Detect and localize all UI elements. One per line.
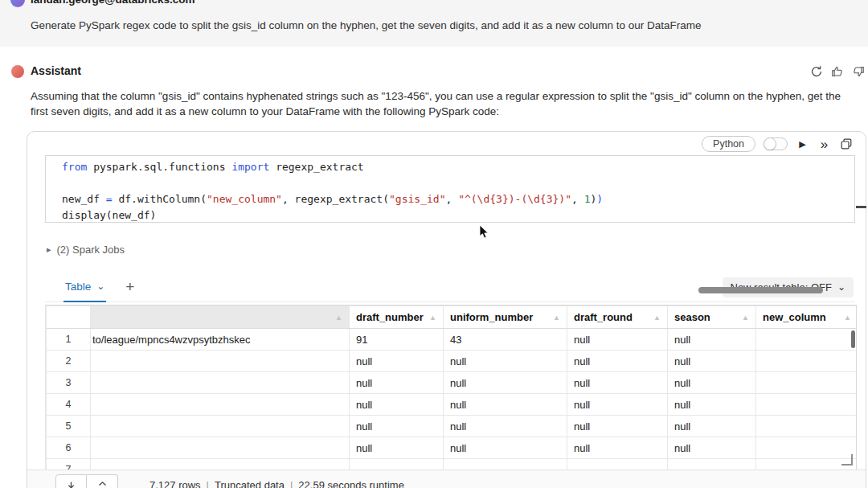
code-editor[interactable]: from pyspark.sql.functions import regexp… xyxy=(45,155,855,223)
table-cell[interactable] xyxy=(91,459,350,470)
table-row: 7 xyxy=(47,459,858,470)
table-cell[interactable] xyxy=(91,394,350,416)
language-pill[interactable]: Python xyxy=(702,136,755,152)
table-cell[interactable]: null xyxy=(444,437,567,459)
toggle-knob xyxy=(764,137,776,150)
column-header[interactable]: draft_number▲ xyxy=(350,306,444,329)
user-message-block: landan.george@databricks.com Generate Py… xyxy=(0,0,868,47)
table-cell[interactable] xyxy=(91,372,350,394)
sort-asc-icon: ▲ xyxy=(553,314,560,322)
thumbs-down-icon[interactable] xyxy=(851,64,865,78)
table-cell[interactable] xyxy=(567,459,668,470)
table-cell[interactable]: null xyxy=(567,351,668,372)
vertical-scrollbar[interactable] xyxy=(851,330,855,348)
assistant-actions xyxy=(809,64,865,78)
table-cell[interactable] xyxy=(91,437,350,459)
result-status-text: 7,127 rows|Truncated data|22.59 seconds … xyxy=(149,479,404,488)
tab-table[interactable]: Table ⌄ xyxy=(63,273,106,302)
copy-icon[interactable] xyxy=(839,137,853,151)
column-header[interactable]: season▲ xyxy=(668,306,756,329)
row-number: 5 xyxy=(47,416,91,437)
regenerate-icon[interactable] xyxy=(809,64,823,78)
spark-jobs-label: (2) Spark Jobs xyxy=(57,244,125,256)
table-cell[interactable] xyxy=(756,329,858,351)
row-count: 7,127 rows xyxy=(149,479,201,488)
thumbs-up-icon[interactable] xyxy=(830,64,844,78)
table-cell[interactable]: null xyxy=(350,372,444,394)
editor-resize-handle[interactable] xyxy=(856,206,866,208)
expand-button[interactable] xyxy=(87,474,118,488)
column-header[interactable]: new_column▲ xyxy=(756,306,858,329)
column-label: uniform_number xyxy=(450,311,533,323)
results-table: ▲draft_number▲uniform_number▲draft_round… xyxy=(45,305,857,470)
code-line: display(new_df) xyxy=(62,207,854,223)
table-cell[interactable]: null xyxy=(668,372,756,394)
table-row: 4nullnullnullnull xyxy=(47,394,858,416)
table-cell[interactable]: null xyxy=(668,329,756,351)
table-cell[interactable]: null xyxy=(567,329,668,351)
add-visualization-button[interactable]: + xyxy=(125,278,134,296)
column-header[interactable]: ▲ xyxy=(91,306,350,329)
row-number: 2 xyxy=(47,351,91,372)
chevron-down-icon: ⌄ xyxy=(837,285,845,289)
table-cell[interactable] xyxy=(756,372,858,394)
assistant-label: Assistant xyxy=(31,64,81,77)
column-header[interactable]: draft_round▲ xyxy=(567,306,668,329)
chevron-down-icon: ⌄ xyxy=(96,285,104,289)
table-row: 3nullnullnullnull xyxy=(47,372,858,394)
spark-jobs-toggle[interactable]: ▸ (2) Spark Jobs xyxy=(47,244,125,256)
download-button[interactable] xyxy=(55,474,87,488)
row-number: 6 xyxy=(47,437,91,459)
table-cell[interactable]: null xyxy=(444,416,567,437)
table-cell[interactable]: null xyxy=(350,394,444,416)
column-label: season xyxy=(674,311,710,323)
sort-asc-icon: ▲ xyxy=(742,314,749,322)
resize-corner-handle[interactable] xyxy=(841,454,853,465)
code-line: new_df = df.withColumn("new_column", reg… xyxy=(62,191,854,207)
table-cell[interactable]: null xyxy=(444,372,567,394)
table-row: 1to/league/mpncs4wzvpsytbzhskec9143nulln… xyxy=(47,329,858,351)
cell-toolbar: Python ▶ » xyxy=(702,135,853,153)
table-cell[interactable] xyxy=(756,394,858,416)
table-cell[interactable]: null xyxy=(567,416,668,437)
table-cell[interactable]: 43 xyxy=(444,329,567,351)
table-cell[interactable]: null xyxy=(668,394,756,416)
table-cell[interactable]: 91 xyxy=(350,329,444,351)
assistant-avatar xyxy=(11,65,24,78)
table-row: 2nullnullnullnull xyxy=(47,351,858,372)
table-cell[interactable]: to/league/mpncs4wzvpsytbzhskec xyxy=(91,329,350,351)
triangle-right-icon: ▸ xyxy=(47,244,51,255)
corner-header xyxy=(47,306,91,329)
run-all-below-icon[interactable]: » xyxy=(817,137,831,151)
horizontal-scrollbar[interactable] xyxy=(698,287,823,293)
table-cell[interactable] xyxy=(756,351,858,372)
run-icon[interactable]: ▶ xyxy=(796,137,809,151)
table-cell[interactable]: null xyxy=(668,351,756,372)
table-cell[interactable] xyxy=(444,459,567,470)
table-cell[interactable]: null xyxy=(444,351,567,372)
table-cell[interactable]: null xyxy=(350,437,444,459)
table-cell[interactable] xyxy=(350,459,444,470)
table-cell[interactable]: null xyxy=(350,351,444,372)
sort-asc-icon: ▲ xyxy=(653,314,661,322)
table-cell[interactable]: null xyxy=(567,394,668,416)
table-cell[interactable] xyxy=(91,416,350,437)
code-line: from pyspark.sql.functions import regexp… xyxy=(62,159,854,175)
code-toggle[interactable] xyxy=(764,137,788,150)
table-cell[interactable] xyxy=(756,416,858,437)
column-header[interactable]: uniform_number▲ xyxy=(444,306,567,329)
row-number: 4 xyxy=(47,394,91,416)
table-row: 5nullnullnullnull xyxy=(47,416,858,437)
result-footer: 7,127 rows|Truncated data|22.59 seconds … xyxy=(27,470,866,488)
table-cell[interactable]: null xyxy=(444,394,567,416)
table-cell[interactable]: null xyxy=(567,372,668,394)
table-cell[interactable]: null xyxy=(668,437,756,459)
column-label: new_column xyxy=(763,311,826,323)
table-cell[interactable] xyxy=(91,351,350,372)
truncated-label: Truncated data xyxy=(215,479,285,488)
table-cell[interactable]: null xyxy=(668,416,756,437)
notebook-cell: Python ▶ » from pyspark.sql.functions im… xyxy=(27,131,866,488)
table-cell[interactable] xyxy=(668,459,756,470)
table-cell[interactable]: null xyxy=(350,416,444,437)
table-cell[interactable]: null xyxy=(567,437,668,459)
